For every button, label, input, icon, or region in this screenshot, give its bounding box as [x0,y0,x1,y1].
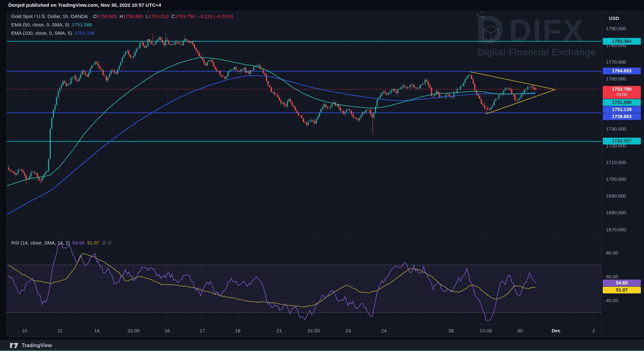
ema100-label: EMA (100, close, 0, SMA, 5) [11,30,72,36]
rsi-pane-canvas[interactable] [7,237,601,325]
rsi-value: 54.60 [72,240,85,245]
symbol-title: Gold Spot / U.S. Dollar, 1h, OANDA [11,14,88,19]
time-label: 10 [22,328,27,333]
price-label-badge: 54.60 [603,280,641,286]
rsi-tick: 60.00 [606,274,618,279]
change-value: −0.115 (−0.01%) [197,14,233,19]
time-label: 30 [517,328,523,333]
time-label: 01:00 [128,328,140,333]
ema50-legend[interactable]: EMA (50, close, 0, SMA, 5) 1751.586 [11,22,93,27]
price-tick: 1760.000 [606,76,626,81]
price-label-badge: 1764.653 [603,68,641,74]
tradingview-logo-icon [10,343,19,348]
time-label: 28 [448,328,454,333]
price-tick: 1670.000 [606,227,626,232]
price-label-badge: 1739.853 [603,113,641,120]
footer-brand: TradingView [22,343,52,348]
time-label: 2 [592,328,595,333]
price-label-badge: 1751.139 [603,106,641,113]
time-label: 18 [235,328,241,333]
close-value: 1753.790 [175,14,195,19]
open-label: O [93,14,97,19]
price-tick: 1690.000 [606,193,626,199]
price-tick: 1710.000 [606,160,626,165]
pane-separator[interactable] [7,237,601,237]
price-label-badge: 1753.79003:00 [603,86,641,99]
time-label: 14 [94,328,100,333]
time-label: 21 [277,328,282,333]
high-label: H [120,14,123,19]
symbol-legend[interactable]: Gold Spot / U.S. Dollar, 1h, OANDA O1753… [11,14,235,19]
price-tick: 1680.000 [606,210,626,215]
price-axis[interactable]: USD 1790.0001780.0001770.0001760.0001750… [601,11,644,337]
time-label: 01:00 [480,328,492,333]
time-label: 11 [57,328,62,333]
time-label: Dec [552,328,561,333]
ema50-label: EMA (50, close, 0, SMA, 5) [11,22,69,27]
price-tick: 1770.000 [606,59,626,65]
price-pane-canvas[interactable] [7,11,601,237]
price-tick: 1790.000 [606,26,626,31]
rsi-sma-value: 51.07 [87,240,100,245]
footer-bar: TradingView [0,340,644,351]
high-value: 1754.895 [123,14,143,19]
rsi-legend[interactable]: RSI (14, close, SMA, 14, 2) 54.60 51.07 … [11,240,113,246]
price-label-badge: 1722.727 [603,138,641,144]
attribution-text: Denjed published on TradingView.com, Nov… [8,2,161,8]
ema100-value: 1751.139 [75,30,95,36]
rsi-label: RSI (14, close, SMA, 14, 2) [11,240,70,245]
low-label: L [146,14,149,19]
price-tick: 1700.000 [606,176,626,182]
ema50-value: 1751.586 [72,22,92,27]
close-label: C [171,14,175,19]
time-axis[interactable]: 10111401:001617182101:0023242801:0030Dec… [7,325,601,337]
ema100-legend[interactable]: EMA (100, close, 0, SMA, 5) 1751.139 [11,30,96,36]
time-label: 24 [381,328,387,333]
chart-panel[interactable]: D DIFX Digital Financial Exchange [6,11,643,337]
currency-label: USD [609,15,619,21]
time-label: 16 [165,328,170,333]
price-label-badge: 1751.586 [603,99,641,106]
rsi-extra-symbols: ∅ ∅ [102,240,111,245]
low-value: 1753.010 [149,14,169,19]
price-tick: 1730.000 [606,126,626,132]
price-label-badge: 1782.364 [603,38,641,45]
tradingview-chart-screenshot: Denjed published on TradingView.com, Nov… [0,0,644,351]
rsi-tick: 80.00 [606,250,618,255]
time-label: 01:00 [308,328,320,333]
time-label: 23 [346,328,351,333]
time-label: 17 [200,328,205,333]
rsi-tick: 40.00 [606,298,618,303]
open-value: 1753.905 [97,14,117,19]
price-label-badge: 51.07 [603,287,641,293]
